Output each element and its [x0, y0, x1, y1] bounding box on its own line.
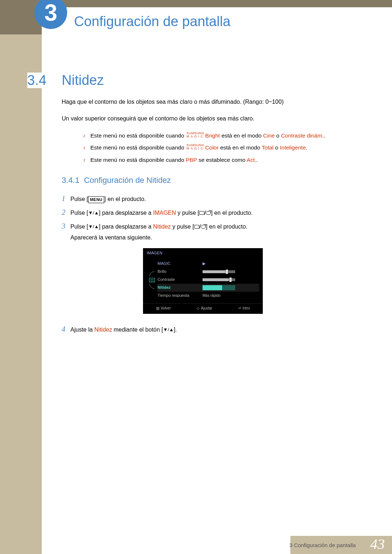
osd-lbl: MAGIC: [158, 261, 197, 266]
t: ] en el producto.: [206, 223, 248, 230]
back-icon: ▥: [156, 306, 159, 311]
slider-icon: [203, 270, 235, 273]
note-text: Este menú no está disponible cuando SAMS…: [90, 132, 325, 140]
t: ] en el producto.: [211, 210, 253, 216]
t: .: [306, 144, 307, 151]
step-text: Ajuste la Nitidez mediante el botón [▼/▲…: [70, 326, 338, 334]
osd-lbl: Nitidez: [158, 285, 197, 290]
slider-icon: [203, 278, 235, 281]
note-item-2: z Este menú no está disponible cuando SA…: [83, 144, 338, 152]
t: Intro: [242, 306, 250, 311]
intro-p2: Un valor superior conseguirá que el cont…: [62, 115, 338, 123]
updown-arrows-icon: ▼/▲: [88, 210, 99, 216]
t: .: [256, 157, 258, 163]
t: o: [275, 132, 281, 139]
bullet-icon: z: [83, 145, 85, 152]
step-num: 4: [62, 324, 70, 334]
osd-val: Más rápido: [203, 293, 220, 298]
nitidez-label: Nitidez: [94, 327, 112, 333]
osd-row-contraste: Contraste: [158, 276, 259, 284]
step-3: 3 Pulse [▼/▲] para desplazarse a Nitidez…: [62, 221, 338, 320]
osd-foot-ajustar: ◇Ajustar: [197, 306, 212, 311]
t: Ajuste la: [70, 327, 94, 333]
note-item-3: z Este menú no está disponible cuando PB…: [83, 156, 338, 164]
rect-button-icon: [194, 225, 199, 229]
t: ] para desplazarse a: [99, 223, 153, 230]
arc-top-icon: [150, 271, 155, 276]
t: Este menú no está disponible cuando: [90, 132, 186, 139]
step-4: 4 Ajuste la Nitidez mediante el botón [▼…: [62, 324, 338, 334]
samsung-magic-label: SAMSUNGMAGIC: [187, 144, 205, 150]
osd-row-tiempo: Tiempo respuestaMás rápido: [158, 292, 259, 300]
step-1: 1 Pulse [MENU] en el producto.: [62, 193, 338, 204]
osd-foot-intro: ⏎Intro: [238, 306, 250, 311]
enter-button-icon: [201, 225, 206, 229]
t: se establece como: [197, 157, 247, 163]
note-block: z Este menú no está disponible cuando SA…: [83, 132, 338, 164]
body-content: Haga que el contorno de los objetos sea …: [62, 98, 338, 338]
subsection-num: 3.4.1: [62, 176, 79, 185]
adjust-icon: ◇: [197, 306, 200, 311]
step-num: 3: [62, 221, 70, 231]
osd-rows: MAGIC▶ Brillo Contraste Nitidez Tiempo r…: [158, 260, 259, 300]
imagen-label: IMAGEN: [153, 210, 176, 216]
step-text: Pulse [▼/▲] para desplazarse a Nitidez y…: [70, 223, 338, 320]
osd-row-nitidez-selected: Nitidez: [158, 284, 259, 292]
bullet-icon: z: [83, 158, 85, 164]
note-text: Este menú no está disponible cuando SAMS…: [90, 144, 307, 152]
t: Volver: [161, 306, 171, 311]
osd-lbl: Contraste: [158, 277, 197, 282]
samsung-magic-label: SAMSUNGMAGIC: [187, 132, 205, 138]
osd-left-icons: [147, 260, 158, 300]
subsection-title: Configuración de Nitidez: [84, 176, 171, 185]
pbp-label: PBP: [186, 157, 197, 163]
t: está en el modo: [219, 144, 262, 151]
rect-button-icon: [199, 211, 204, 215]
osd-row-magic: MAGIC▶: [158, 260, 259, 268]
step-num: 2: [62, 207, 70, 217]
t: y pulse [: [176, 210, 199, 216]
osd-footer: ▥Volver ◇Ajustar ⏎Intro: [143, 303, 263, 314]
section-title: Nitidez: [62, 73, 104, 88]
cine-label: Cine: [263, 132, 275, 139]
arrow-right-icon: ▶: [203, 261, 205, 266]
step-sub: Aparecerá la ventana siguiente.: [70, 234, 338, 242]
t: ] para desplazarse a: [99, 210, 153, 216]
t: .: [324, 132, 325, 139]
note-text: Este menú no está disponible cuando PBP …: [90, 156, 258, 164]
osd-foot-volver: ▥Volver: [156, 306, 171, 311]
enter-icon: ⏎: [238, 306, 241, 311]
intro-p1: Haga que el contorno de los objetos sea …: [62, 98, 338, 106]
note-item-1: z Este menú no está disponible cuando SA…: [83, 132, 338, 140]
steps-list: 1 Pulse [MENU] en el producto. 2 Pulse […: [62, 193, 338, 334]
updown-arrows-icon: ▼/▲: [88, 223, 99, 230]
section-number: 3.4: [27, 73, 49, 88]
menu-button-icon: MENU: [88, 196, 104, 203]
osd-lbl: Tiempo respuesta: [158, 293, 197, 298]
t: mediante el botón [: [112, 327, 163, 333]
t: ] en el producto.: [104, 196, 146, 202]
osd-window: IMAGEN MAGIC▶ Brillo Contraste Nitidez: [143, 248, 263, 313]
arc-bot-icon: [150, 284, 155, 289]
step-text: Pulse [▼/▲] para desplazarse a IMAGEN y …: [70, 209, 338, 217]
t: y pulse [: [171, 223, 194, 230]
bright-label: Bright: [205, 132, 220, 139]
step-text: Pulse [MENU] en el producto.: [70, 195, 338, 203]
osd-body: MAGIC▶ Brillo Contraste Nitidez Tiempo r…: [143, 258, 263, 303]
slider-selected-icon: [203, 285, 235, 290]
total-label: Total: [262, 144, 274, 151]
bullet-icon: z: [83, 134, 85, 140]
t: MAGIC: [187, 147, 205, 150]
t: o: [274, 144, 280, 151]
t: Ajustar: [201, 306, 212, 311]
osd-row-brillo: Brillo: [158, 268, 259, 276]
t: Este menú no está disponible cuando: [90, 157, 186, 163]
footer: 3 Configuración de pantalla 43: [0, 536, 392, 554]
nitidez-label: Nitidez: [153, 223, 171, 230]
t: está en el modo: [220, 132, 263, 139]
t: ].: [174, 327, 177, 333]
footer-text: 3 Configuración de pantalla: [289, 542, 356, 548]
updown-arrows-icon: ▼/▲: [163, 327, 173, 333]
step-num: 1: [62, 193, 70, 204]
t: MAGIC: [187, 135, 205, 138]
